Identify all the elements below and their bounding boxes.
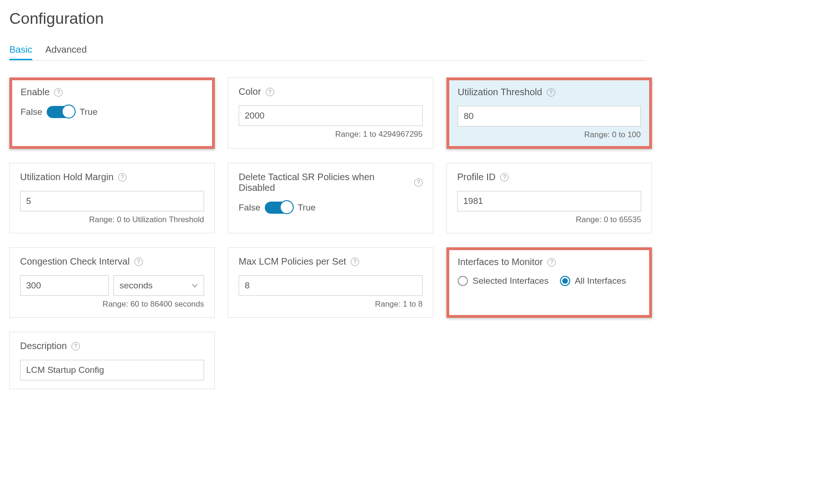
radio-icon (560, 276, 570, 286)
color-input[interactable] (239, 105, 423, 126)
tab-basic[interactable]: Basic (9, 41, 32, 60)
enable-toggle[interactable] (47, 106, 75, 118)
cci-input-group: seconds (20, 275, 204, 296)
label-enable: Enable (21, 87, 50, 98)
help-icon[interactable] (414, 178, 423, 187)
config-grid: Enable False True Color Range: 1 to 4294… (9, 77, 654, 389)
card-interfaces-to-monitor: Interfaces to Monitor Selected Interface… (446, 247, 652, 318)
cci-unit-select[interactable]: seconds (113, 275, 204, 296)
chevron-down-icon (191, 282, 198, 289)
help-icon[interactable] (500, 173, 509, 182)
card-title-description: Description (20, 341, 204, 351)
label-uhm: Utilization Hold Margin (20, 172, 113, 182)
card-utilization-hold-margin: Utilization Hold Margin Range: 0 to Util… (9, 163, 215, 233)
page-title: Configuration (9, 9, 812, 28)
radio-option-selected-interfaces[interactable]: Selected Interfaces (458, 276, 549, 286)
profile-id-hint: Range: 0 to 65535 (457, 215, 641, 224)
label-profile-id: Profile ID (457, 172, 495, 182)
radio-option-all-interfaces[interactable]: All Interfaces (560, 276, 626, 286)
label-itm: Interfaces to Monitor (458, 257, 543, 267)
card-description: Description (9, 332, 215, 389)
cci-hint: Range: 60 to 86400 seconds (20, 300, 204, 309)
tabs: Basic Advanced (9, 41, 644, 61)
help-icon[interactable] (134, 258, 143, 266)
radio-label-all: All Interfaces (575, 276, 626, 286)
help-icon[interactable] (547, 88, 555, 97)
card-title-mlp: Max LCM Policies per Set (239, 256, 423, 267)
label-color: Color (239, 86, 261, 97)
help-icon[interactable] (351, 258, 359, 266)
card-max-lcm-policies: Max LCM Policies per Set Range: 1 to 8 (228, 247, 433, 318)
toggle-false-label: False (21, 107, 42, 117)
toggle-true-label: True (297, 203, 315, 213)
toggle-knob (280, 200, 294, 214)
card-utilization-threshold: Utilization Threshold Range: 0 to 100 (446, 77, 652, 149)
utilization-threshold-hint: Range: 0 to 100 (458, 130, 641, 140)
label-delete-tactical: Delete Tactical SR Policies when Disable… (239, 172, 410, 193)
card-enable: Enable False True (9, 77, 215, 149)
cci-unit-label: seconds (120, 280, 153, 291)
help-icon[interactable] (54, 88, 63, 97)
radio-icon (458, 276, 468, 286)
description-input[interactable] (20, 360, 204, 380)
card-title-delete-tactical: Delete Tactical SR Policies when Disable… (239, 172, 423, 193)
itm-radio-group: Selected Interfaces All Interfaces (458, 276, 641, 286)
profile-id-input[interactable] (457, 191, 641, 211)
label-description: Description (20, 341, 67, 351)
delete-tactical-toggle[interactable] (265, 202, 293, 214)
card-title-cci: Congestion Check Interval (20, 256, 204, 267)
toggle-knob (62, 105, 76, 119)
card-title-color: Color (239, 86, 423, 97)
card-title-enable: Enable (21, 87, 204, 98)
card-congestion-check-interval: Congestion Check Interval seconds Range:… (9, 247, 215, 318)
card-title-utilization-threshold: Utilization Threshold (458, 87, 641, 98)
card-title-uhm: Utilization Hold Margin (20, 172, 204, 182)
help-icon[interactable] (266, 88, 274, 96)
toggle-true-label: True (79, 107, 97, 117)
cci-value-input[interactable] (20, 275, 109, 296)
utilization-threshold-input[interactable] (458, 106, 641, 126)
label-mlp: Max LCM Policies per Set (239, 256, 346, 267)
color-hint: Range: 1 to 4294967295 (239, 130, 423, 139)
mlp-input[interactable] (239, 275, 423, 296)
card-title-itm: Interfaces to Monitor (458, 257, 641, 267)
uhm-input[interactable] (20, 191, 204, 211)
label-cci: Congestion Check Interval (20, 256, 130, 267)
card-delete-tactical: Delete Tactical SR Policies when Disable… (228, 163, 433, 233)
toggle-row-delete-tactical: False True (239, 202, 423, 214)
help-icon[interactable] (118, 173, 127, 182)
card-title-profile-id: Profile ID (457, 172, 641, 182)
radio-label-selected: Selected Interfaces (473, 276, 549, 286)
help-icon[interactable] (547, 258, 556, 266)
tab-advanced[interactable]: Advanced (45, 41, 87, 60)
toggle-row-enable: False True (21, 106, 204, 118)
mlp-hint: Range: 1 to 8 (239, 300, 423, 309)
label-utilization-threshold: Utilization Threshold (458, 87, 542, 98)
toggle-false-label: False (239, 203, 260, 213)
uhm-hint: Range: 0 to Utilization Threshold (20, 215, 204, 224)
card-profile-id: Profile ID Range: 0 to 65535 (446, 163, 652, 233)
help-icon[interactable] (71, 342, 80, 350)
card-color: Color Range: 1 to 4294967295 (228, 77, 433, 149)
